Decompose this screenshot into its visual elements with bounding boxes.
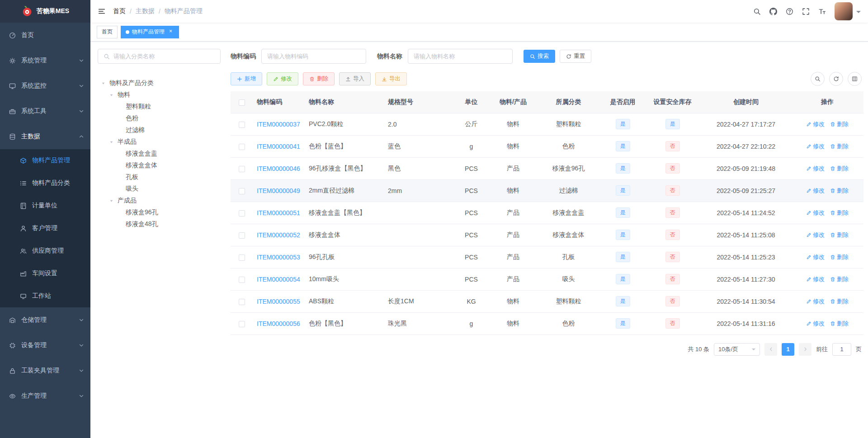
- row-delete-link[interactable]: 删除: [830, 297, 849, 306]
- refresh-toggle-button[interactable]: [829, 72, 843, 86]
- sidebar-item[interactable]: 物料产品分类: [0, 172, 90, 194]
- caret-down-icon[interactable]: [109, 138, 118, 146]
- tree-node[interactable]: 物料: [98, 89, 221, 101]
- filter-input-0[interactable]: [261, 49, 366, 64]
- row-checkbox[interactable]: [239, 232, 245, 239]
- material-code-link[interactable]: ITEM00000055: [257, 298, 300, 305]
- search-button[interactable]: 搜索: [524, 50, 555, 63]
- sidebar-item[interactable]: 车间设置: [0, 262, 90, 285]
- app-logo[interactable]: 苦糖果MES: [0, 0, 90, 23]
- row-delete-link[interactable]: 删除: [830, 231, 849, 239]
- row-checkbox[interactable]: [239, 277, 245, 283]
- tree-node[interactable]: 半成品: [98, 136, 221, 148]
- row-checkbox[interactable]: [239, 122, 245, 128]
- material-code-link[interactable]: ITEM00000041: [257, 143, 300, 150]
- breadcrumb-item[interactable]: 主数据: [136, 7, 155, 15]
- page-size-select[interactable]: 10条/页: [714, 343, 760, 356]
- sidebar-item[interactable]: 生产管理: [0, 383, 90, 409]
- material-code-link[interactable]: ITEM00000052: [257, 231, 300, 239]
- sidebar-item[interactable]: 供应商管理: [0, 240, 90, 262]
- 新增-button[interactable]: 新增: [231, 72, 262, 85]
- row-edit-link[interactable]: 修改: [806, 253, 825, 261]
- row-checkbox[interactable]: [239, 299, 245, 305]
- caret-down-icon[interactable]: [109, 91, 118, 99]
- tab-首页[interactable]: 首页: [97, 26, 118, 38]
- sidebar-toggle-button[interactable]: [90, 0, 113, 23]
- font-size-button[interactable]: [814, 0, 830, 23]
- next-page-button[interactable]: [799, 343, 811, 356]
- row-edit-link[interactable]: 修改: [806, 297, 825, 306]
- tree-node[interactable]: 色粉: [98, 113, 221, 124]
- fullscreen-button[interactable]: [797, 0, 814, 23]
- sidebar-item[interactable]: 首页: [0, 23, 90, 48]
- sidebar-item[interactable]: 设备管理: [0, 333, 90, 358]
- row-edit-link[interactable]: 修改: [806, 165, 825, 173]
- material-code-link[interactable]: ITEM00000049: [257, 187, 300, 194]
- select-all-checkbox[interactable]: [239, 99, 245, 106]
- sidebar-item[interactable]: 物料产品管理: [0, 149, 90, 172]
- row-edit-link[interactable]: 修改: [806, 120, 825, 128]
- material-code-link[interactable]: ITEM00000053: [257, 254, 300, 261]
- row-delete-link[interactable]: 删除: [830, 209, 849, 217]
- row-delete-link[interactable]: 删除: [830, 320, 849, 328]
- row-delete-link[interactable]: 删除: [830, 165, 849, 173]
- row-edit-link[interactable]: 修改: [806, 231, 825, 239]
- close-tab-icon[interactable]: ×: [167, 28, 174, 35]
- category-search-input[interactable]: [113, 53, 215, 60]
- material-code-link[interactable]: ITEM00000037: [257, 121, 300, 128]
- caret-down-icon[interactable]: [101, 80, 109, 87]
- row-checkbox[interactable]: [239, 210, 245, 217]
- tab-物料产品管理[interactable]: 物料产品管理×: [121, 26, 179, 38]
- sidebar-item[interactable]: 主数据: [0, 124, 90, 149]
- sidebar-item[interactable]: 工作站: [0, 285, 90, 307]
- page-number-1[interactable]: 1: [782, 343, 794, 356]
- sidebar-item[interactable]: 计量单位: [0, 194, 90, 217]
- filter-input-1[interactable]: [408, 49, 513, 64]
- row-checkbox[interactable]: [239, 144, 245, 150]
- github-button[interactable]: [765, 0, 781, 23]
- prev-page-button[interactable]: [764, 343, 777, 356]
- sidebar-item[interactable]: 系统管理: [0, 48, 90, 73]
- tree-node[interactable]: 物料及产品分类: [98, 77, 221, 89]
- search-button[interactable]: [749, 0, 765, 23]
- breadcrumb-item[interactable]: 物料产品管理: [165, 7, 203, 15]
- 修改-button[interactable]: 修改: [267, 72, 298, 85]
- tree-node[interactable]: 吸头: [98, 183, 221, 195]
- grid-toggle-button[interactable]: [848, 72, 862, 86]
- material-code-link[interactable]: ITEM00000056: [257, 320, 300, 327]
- tree-node[interactable]: 移液盒96孔: [98, 207, 221, 218]
- row-delete-link[interactable]: 删除: [830, 187, 849, 195]
- row-edit-link[interactable]: 修改: [806, 275, 825, 283]
- row-delete-link[interactable]: 删除: [830, 142, 849, 151]
- tree-node[interactable]: 孔板: [98, 171, 221, 183]
- row-checkbox[interactable]: [239, 188, 245, 194]
- tree-node[interactable]: 塑料颗粒: [98, 101, 221, 113]
- row-edit-link[interactable]: 修改: [806, 142, 825, 151]
- sidebar-item[interactable]: 仓储管理: [0, 307, 90, 333]
- tree-node[interactable]: 过滤棉: [98, 124, 221, 136]
- row-edit-link[interactable]: 修改: [806, 209, 825, 217]
- tree-node[interactable]: 移液盒盒盖: [98, 148, 221, 160]
- row-checkbox[interactable]: [239, 321, 245, 327]
- 导出-button[interactable]: 导出: [375, 72, 407, 85]
- sidebar-item[interactable]: 工装夹具管理: [0, 358, 90, 383]
- goto-page-input[interactable]: [832, 343, 851, 356]
- 导入-button[interactable]: 导入: [339, 72, 371, 85]
- search-toggle-button[interactable]: [811, 72, 825, 86]
- reset-button[interactable]: 重置: [560, 50, 591, 63]
- sidebar-item[interactable]: 系统监控: [0, 73, 90, 99]
- tree-node[interactable]: 移液盒盒体: [98, 160, 221, 171]
- caret-down-icon[interactable]: [109, 197, 118, 204]
- tree-node[interactable]: 移液盒48孔: [98, 218, 221, 230]
- sidebar-item[interactable]: 客户管理: [0, 217, 90, 240]
- user-menu[interactable]: [835, 2, 861, 20]
- 删除-button[interactable]: 删除: [303, 72, 335, 85]
- breadcrumb-item[interactable]: 首页: [113, 7, 126, 15]
- row-delete-link[interactable]: 删除: [830, 253, 849, 261]
- row-edit-link[interactable]: 修改: [806, 187, 825, 195]
- question-button[interactable]: [781, 0, 797, 23]
- row-delete-link[interactable]: 删除: [830, 275, 849, 283]
- row-checkbox[interactable]: [239, 254, 245, 261]
- material-code-link[interactable]: ITEM00000046: [257, 165, 300, 172]
- material-code-link[interactable]: ITEM00000054: [257, 276, 300, 283]
